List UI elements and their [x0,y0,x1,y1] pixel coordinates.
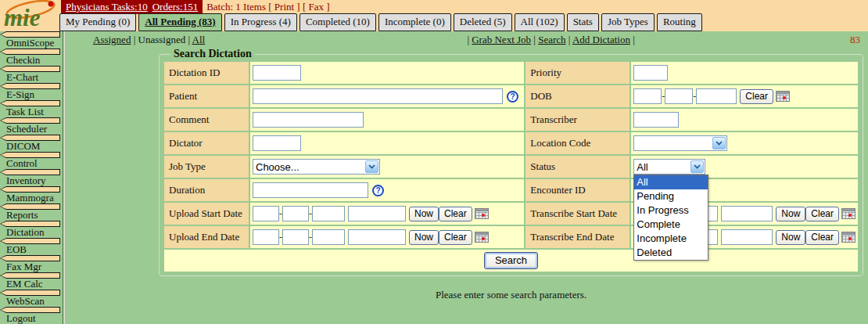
upload-start-clear-button[interactable]: Clear [439,207,472,221]
status-option-complete[interactable]: Complete [634,218,708,232]
sidebar-item-webscan[interactable]: WebScan [0,296,63,307]
upload-end-year-input[interactable] [253,229,279,245]
content-area: Assigned | Unassigned | All | Grab Next … [65,31,868,324]
calendar-icon[interactable] [841,208,855,219]
calendar-icon[interactable] [776,91,790,102]
tab-deleted[interactable]: Deleted (5) [454,13,512,31]
dob-month-input[interactable] [665,88,693,104]
all-link[interactable]: All [192,34,206,45]
transcribe-start-clear-button[interactable]: Clear [805,207,839,221]
sidebar-item-inventory[interactable]: Inventory [0,175,63,186]
sidebar-item-scheduler[interactable]: Scheduler [0,124,63,135]
sidebar-separator [0,203,60,210]
sidebar-item-esign[interactable]: E-Sign [0,89,63,100]
transcribe-start-now-button[interactable]: Now [776,207,805,221]
tab-incomplete[interactable]: Incomplete (0) [378,13,451,31]
tab-all[interactable]: All (102) [515,13,565,31]
status-dropdown-list: All Pending In Progress Complete Incompl… [633,175,708,261]
upload-end-clear-button[interactable]: Clear [439,230,472,245]
chevron-down-icon[interactable] [712,137,726,149]
tab-all-pending[interactable]: All Pending (83) [138,13,221,31]
priority-label: Priority [525,62,629,84]
sidebar-item-logout[interactable]: Logout [0,313,63,324]
add-dictation-link[interactable]: Add Dictation [572,34,630,45]
transcribe-end-date-label: Transcribe End Date [525,226,629,248]
search-link[interactable]: Search [538,34,565,45]
calendar-icon[interactable] [475,208,489,219]
upload-start-day-input[interactable] [312,206,345,221]
upload-end-day-input[interactable] [312,229,345,245]
location-code-label: Location Code [525,132,629,154]
assigned-link[interactable]: Assigned [93,34,131,45]
tab-in-progress[interactable]: In Progress (4) [224,13,297,31]
dob-day-input[interactable] [696,88,737,104]
sidebar-item-control[interactable]: Control [0,158,63,169]
help-icon[interactable]: ? [507,91,518,103]
sidebar-menu: OmniScope Checkin E-Chart E-Sign Task Li… [0,31,63,324]
dob-year-input[interactable] [633,88,662,104]
sidebar-item-dicom[interactable]: DICOM [0,141,63,152]
logo-text: mie [4,4,41,31]
grab-next-job-link[interactable]: Grab Next Job [472,34,531,45]
transcriber-input[interactable] [633,112,679,128]
fieldset-title: Search Dictation [170,48,255,60]
chevron-down-icon[interactable] [690,160,704,173]
sidebar-separator [0,255,60,261]
location-code-select[interactable] [633,135,727,151]
search-button[interactable]: Search [484,252,538,269]
comment-input[interactable] [253,112,364,128]
upload-start-now-button[interactable]: Now [409,207,439,221]
help-icon[interactable]: ? [372,185,384,196]
search-dictation-fieldset: Search Dictation Dictation ID Priority P… [159,48,863,276]
transcribe-start-time-input[interactable] [721,206,773,221]
upload-end-month-input[interactable] [282,229,309,245]
sidebar-item-dictation[interactable]: Dictation [0,227,63,238]
dictation-id-input[interactable] [253,65,301,81]
tab-routing[interactable]: Routing [657,13,702,31]
transcribe-end-time-input[interactable] [721,229,773,245]
status-select[interactable]: All [633,159,705,175]
status-option-all[interactable]: All [634,175,708,189]
calendar-icon[interactable] [475,232,489,243]
sidebar-item-checkin[interactable]: Checkin [0,55,63,66]
status-option-incomplete[interactable]: Incomplete [634,232,708,246]
status-option-pending[interactable]: Pending [634,189,708,203]
priority-input[interactable] [633,65,668,81]
duration-input[interactable] [253,182,368,198]
sidebar-item-echart[interactable]: E-Chart [0,72,63,83]
patient-input[interactable] [253,88,503,104]
sidebar-item-reports[interactable]: Reports [0,210,63,221]
sidebar-item-omniscope[interactable]: OmniScope [0,38,63,49]
upload-end-time-input[interactable] [348,229,406,245]
tab-job-types[interactable]: Job Types [601,13,655,31]
dob-clear-button[interactable]: Clear [740,89,773,104]
batch-info: Batch: 1 Items [ Print ] [ Fax ] [206,1,329,13]
chevron-down-icon[interactable] [365,160,378,173]
orders-link[interactable]: Orders:151 [152,1,199,13]
transcribe-end-now-button[interactable]: Now [776,230,805,245]
status-option-deleted[interactable]: Deleted [634,246,708,260]
sidebar-separator [0,66,60,72]
upload-start-month-input[interactable] [282,206,309,221]
fax-link[interactable]: [ Fax ] [303,1,330,13]
print-link[interactable]: [ Print ] [268,1,299,13]
calendar-icon[interactable] [841,232,855,243]
status-label: Status [525,156,629,178]
top-info-bar: Physicians Tasks:10 Orders:151 Batch: 1 … [0,0,868,14]
tab-completed[interactable]: Completed (10) [299,13,376,31]
sidebar-item-fax-mgr[interactable]: Fax Mgr [0,261,63,272]
sidebar-item-em-calc[interactable]: EM Calc [0,279,63,290]
status-option-in-progress[interactable]: In Progress [634,203,708,218]
upload-end-now-button[interactable]: Now [409,230,439,245]
physicians-tasks-link[interactable]: Physicians Tasks:10 [66,1,148,13]
sidebar-item-eob[interactable]: EOB [0,244,63,255]
sidebar-item-task-list[interactable]: Task List [0,106,63,117]
tab-my-pending[interactable]: My Pending (0) [59,13,136,31]
upload-start-time-input[interactable] [348,206,406,221]
sidebar-item-mammography[interactable]: Mammogra [0,193,63,203]
upload-start-year-input[interactable] [253,206,279,221]
transcribe-end-clear-button[interactable]: Clear [805,230,839,245]
job-type-select[interactable]: Choose... [253,159,380,175]
dictator-input[interactable] [253,135,301,151]
tab-stats[interactable]: Stats [567,13,599,31]
